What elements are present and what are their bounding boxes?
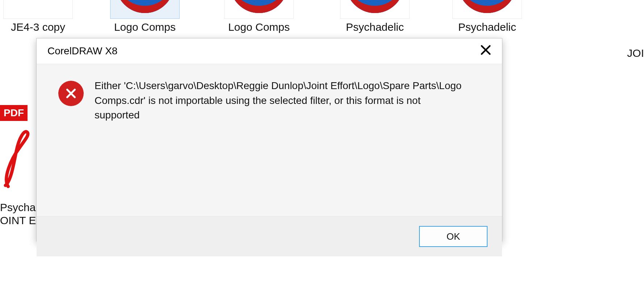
file-thumb[interactable]: JE4-3 copy [0, 0, 80, 33]
file-thumb[interactable]: Psychadelic [333, 0, 417, 33]
file-thumb[interactable]: Psychadelic [446, 0, 529, 33]
dialog-body: Either 'C:\Users\garvo\Desktop\Reggie Du… [37, 64, 502, 216]
file-thumb-label: Psycha OINT EI [0, 201, 39, 227]
file-thumb[interactable]: Logo Comps [103, 0, 187, 33]
close-icon[interactable] [477, 44, 495, 58]
dialog-footer: OK [37, 216, 502, 256]
dialog-message: Either 'C:\Users\garvo\Desktop\Reggie Du… [95, 79, 464, 216]
file-thumb[interactable]: Logo Comps [217, 0, 301, 33]
file-thumb-label: Logo Comps [103, 21, 187, 33]
file-thumb-label: Psychadelic [333, 21, 417, 33]
file-thumb-label: Psychadelic [446, 21, 529, 33]
file-thumb-label-cut: JOI [627, 47, 644, 59]
logo-icon [346, 0, 404, 13]
adobe-pdf-icon [0, 123, 33, 196]
dialog-titlebar[interactable]: CorelDRAW X8 [37, 38, 502, 64]
pdf-badge: PDF [0, 105, 28, 121]
logo-icon [458, 0, 516, 13]
error-icon [58, 81, 84, 106]
ok-button[interactable]: OK [419, 226, 488, 247]
logo-icon [116, 0, 174, 13]
dialog-title: CorelDRAW X8 [47, 45, 117, 57]
error-dialog: CorelDRAW X8 Either 'C:\Users\garvo\Desk… [36, 38, 502, 242]
file-thumb-label: JE4-3 copy [0, 21, 80, 33]
logo-icon [230, 0, 288, 13]
file-thumb-label: Logo Comps [217, 21, 301, 33]
